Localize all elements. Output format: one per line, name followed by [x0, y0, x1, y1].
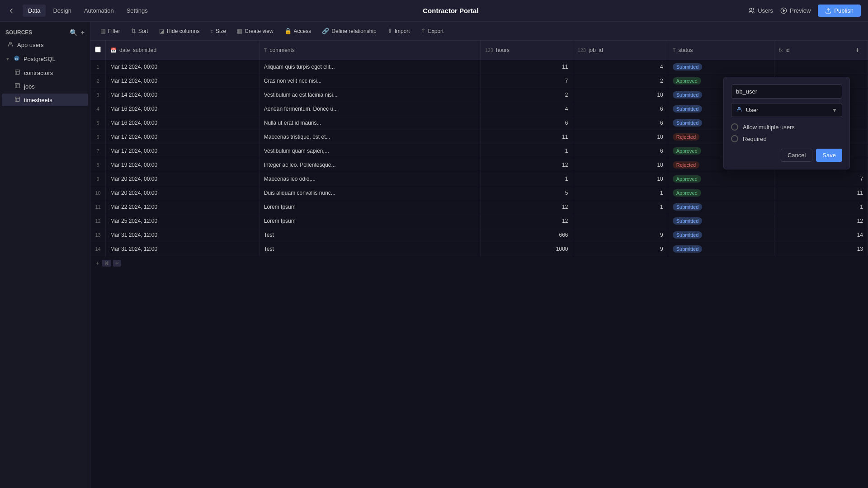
- sidebar-item-app-users[interactable]: App users: [2, 38, 88, 52]
- cell-date-submitted: Mar 19 2024, 00:00: [106, 158, 259, 172]
- tab-automation[interactable]: Automation: [79, 5, 119, 17]
- add-column-button[interactable]: +: [852, 44, 863, 56]
- size-button[interactable]: ↕ Size: [206, 25, 231, 37]
- filter-button[interactable]: ▦ Filter: [96, 25, 125, 37]
- sidebar-item-contractors[interactable]: contractors: [2, 66, 88, 79]
- col-header-comments[interactable]: T comments: [259, 41, 480, 60]
- svg-text:pg: pg: [15, 57, 18, 60]
- main-layout: Sources 🔍 + App users ▼ pg PostgreSQL co…: [0, 22, 868, 488]
- formula-col-icon: fx: [779, 47, 783, 53]
- col-header-hours[interactable]: 123 hours: [480, 41, 573, 60]
- add-row-button[interactable]: + ⌘ ↵: [90, 256, 868, 270]
- tab-design[interactable]: Design: [47, 5, 76, 17]
- allow-multiple-option[interactable]: Allow multiple users: [731, 123, 842, 131]
- tab-data[interactable]: Data: [23, 5, 46, 17]
- cell-date-submitted: Mar 20 2024, 00:00: [106, 172, 259, 186]
- svg-marker-2: [783, 9, 785, 12]
- cell-id: [774, 60, 868, 74]
- cell-hours: 12: [480, 158, 573, 172]
- filter-label: Filter: [108, 28, 120, 34]
- select-all-checkbox[interactable]: [95, 47, 101, 52]
- row-checkbox-cell[interactable]: 4: [90, 102, 106, 116]
- search-icon[interactable]: 🔍: [70, 29, 77, 36]
- row-checkbox-cell[interactable]: 6: [90, 130, 106, 144]
- cell-date-submitted: Mar 17 2024, 00:00: [106, 130, 259, 144]
- access-button[interactable]: 🔒 Access: [280, 25, 316, 37]
- cell-comments: Maecenas tristique, est et...: [259, 130, 480, 144]
- cell-comments: Duis aliquam convallis nunc...: [259, 186, 480, 200]
- row-checkbox-cell[interactable]: 5: [90, 116, 106, 130]
- sidebar-header-icons: 🔍 +: [70, 29, 85, 36]
- sidebar-item-timesheets[interactable]: timesheets: [2, 94, 88, 106]
- add-source-icon[interactable]: +: [81, 29, 85, 36]
- col-header-status[interactable]: T status: [668, 41, 774, 60]
- row-checkbox-cell[interactable]: 8: [90, 158, 106, 172]
- size-icon: ↕: [210, 28, 213, 34]
- table-row: 14 Mar 31 2024, 12:00 Test 1000 9 Submit…: [90, 242, 868, 256]
- postgresql-label: PostgreSQL: [24, 56, 56, 62]
- hide-columns-label: Hide columns: [167, 28, 200, 34]
- row-checkbox-cell[interactable]: 1: [90, 60, 106, 74]
- col-label-date-submitted: date_submitted: [119, 47, 156, 53]
- cell-date-submitted: Mar 25 2024, 12:00: [106, 214, 259, 228]
- row-checkbox-cell[interactable]: 12: [90, 214, 106, 228]
- create-view-label: Create view: [245, 28, 273, 34]
- users-button[interactable]: Users: [748, 7, 773, 14]
- col-header-date-submitted[interactable]: 📅 date_submitted: [106, 41, 259, 60]
- publish-button[interactable]: Publish: [818, 5, 861, 17]
- toolbar: ▦ Filter ⇅ Sort ◪ Hide columns ↕ Size ▦ …: [90, 22, 868, 41]
- cell-job-id: [573, 214, 668, 228]
- row-checkbox-cell[interactable]: 9: [90, 172, 106, 186]
- col-header-id[interactable]: fx id +: [774, 41, 868, 60]
- row-checkbox-cell[interactable]: 7: [90, 144, 106, 158]
- cell-hours: 6: [480, 116, 573, 130]
- cell-hours: 1: [480, 144, 573, 158]
- create-view-button[interactable]: ▦ Create view: [232, 25, 278, 37]
- cell-id: 1: [774, 200, 868, 214]
- row-checkbox-cell[interactable]: 14: [90, 242, 106, 256]
- cell-job-id: 2: [573, 74, 668, 88]
- required-radio[interactable]: [731, 135, 738, 142]
- cell-hours: 1000: [480, 242, 573, 256]
- plus-icon: +: [96, 260, 99, 267]
- cell-date-submitted: Mar 16 2024, 00:00: [106, 116, 259, 130]
- row-checkbox-cell[interactable]: 11: [90, 200, 106, 214]
- cell-id: 11: [774, 186, 868, 200]
- save-button[interactable]: Save: [816, 149, 842, 162]
- column-name-input[interactable]: [731, 84, 842, 99]
- tab-settings[interactable]: Settings: [121, 5, 153, 17]
- sort-button[interactable]: ⇅ Sort: [127, 25, 153, 37]
- required-option[interactable]: Required: [731, 135, 842, 142]
- col-header-job-id[interactable]: 123 job_id: [573, 41, 668, 60]
- hide-columns-button[interactable]: ◪ Hide columns: [155, 25, 204, 37]
- cell-job-id: 9: [573, 242, 668, 256]
- cell-date-submitted: Mar 12 2024, 00:00: [106, 74, 259, 88]
- svg-rect-10: [15, 84, 20, 88]
- cancel-button[interactable]: Cancel: [781, 149, 812, 162]
- row-checkbox-cell[interactable]: 13: [90, 228, 106, 242]
- export-button[interactable]: ⇑ Export: [416, 25, 448, 37]
- select-all-header[interactable]: [90, 41, 106, 60]
- cell-status: Submitted: [668, 242, 774, 256]
- sidebar: Sources 🔍 + App users ▼ pg PostgreSQL co…: [0, 22, 90, 488]
- row-checkbox-cell[interactable]: 10: [90, 186, 106, 200]
- table-row: 10 Mar 20 2024, 00:00 Duis aliquam conva…: [90, 186, 868, 200]
- size-label: Size: [216, 28, 226, 34]
- text-col-icon-2: T: [673, 47, 676, 53]
- preview-label: Preview: [790, 7, 811, 14]
- define-relationship-button[interactable]: 🔗 Define relationship: [317, 25, 381, 37]
- cell-job-id: 4: [573, 60, 668, 74]
- import-button[interactable]: ⇓ Import: [383, 25, 415, 37]
- cell-comments: Lorem Ipsum: [259, 214, 480, 228]
- back-button[interactable]: [7, 7, 15, 15]
- sidebar-item-jobs[interactable]: jobs: [2, 80, 88, 93]
- row-checkbox-cell[interactable]: 3: [90, 88, 106, 102]
- user-type-select[interactable]: User ▼: [731, 103, 842, 117]
- preview-button[interactable]: Preview: [780, 7, 811, 14]
- allow-multiple-radio[interactable]: [731, 123, 738, 131]
- row-checkbox-cell[interactable]: 2: [90, 74, 106, 88]
- cell-comments: Nulla ut erat id mauris...: [259, 116, 480, 130]
- cell-status: Submitted: [668, 200, 774, 214]
- sidebar-item-postgresql[interactable]: ▼ pg PostgreSQL: [2, 52, 88, 66]
- cell-job-id: 6: [573, 144, 668, 158]
